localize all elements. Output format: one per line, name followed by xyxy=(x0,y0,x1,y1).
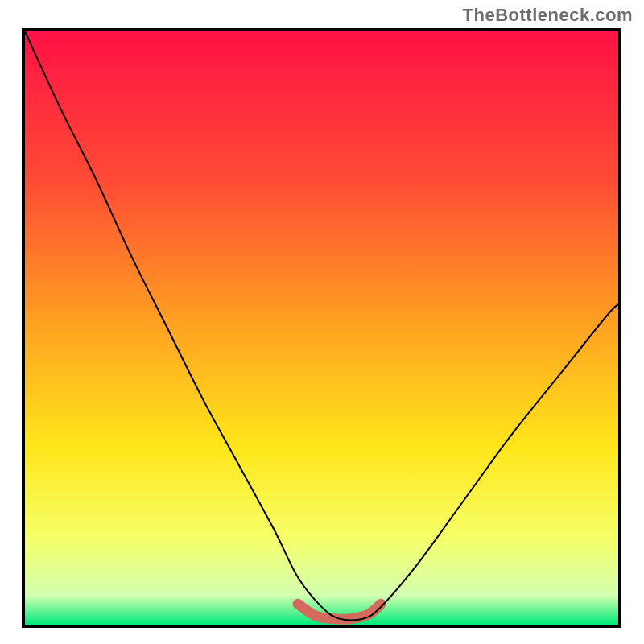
chart-stage: TheBottleneck.com xyxy=(0,0,644,644)
gradient-background xyxy=(25,31,618,625)
chart-plot-area xyxy=(25,31,618,625)
watermark-text: TheBottleneck.com xyxy=(463,5,633,26)
chart-svg xyxy=(25,31,618,625)
chart-border xyxy=(22,28,621,628)
